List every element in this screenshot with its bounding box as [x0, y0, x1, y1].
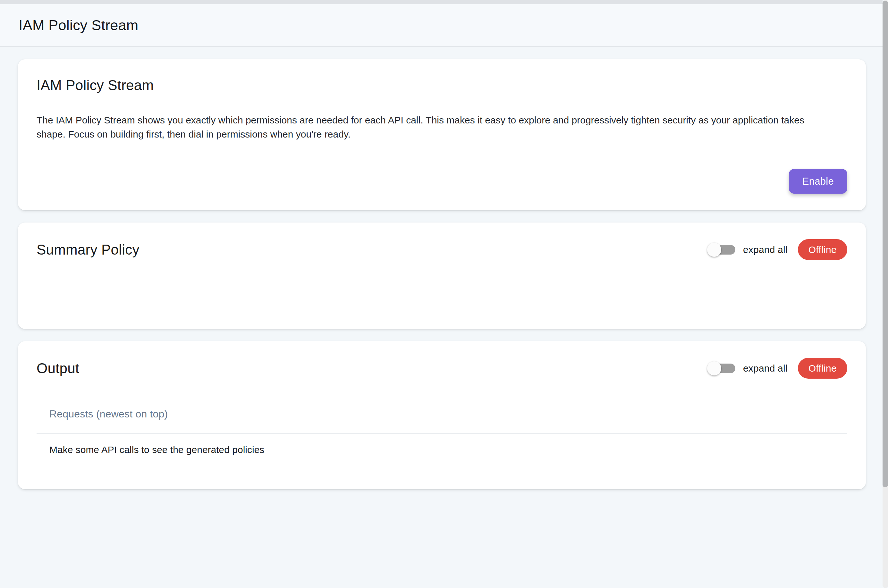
summary-policy-title: Summary Policy [36, 242, 140, 258]
page-header: IAM Policy Stream [0, 4, 882, 47]
output-header-row: Output expand all Offline [36, 358, 847, 379]
summary-expand-all-toggle[interactable] [707, 242, 735, 257]
toggle-knob-icon [707, 243, 721, 257]
requests-empty-message: Make some API calls to see the generated… [36, 434, 847, 455]
output-expand-all-label: expand all [743, 363, 788, 374]
window-top-strip [0, 0, 882, 4]
requests-heading: Requests (newest on top) [36, 408, 847, 420]
output-title: Output [36, 360, 79, 376]
scrollbar-thumb[interactable] [882, 1, 888, 488]
output-card: Output expand all Offline Requests (newe… [18, 341, 866, 489]
scrollbar-track[interactable] [882, 0, 888, 588]
requests-section: Requests (newest on top) Make some API c… [36, 408, 847, 455]
intro-card-description: The IAM Policy Stream shows you exactly … [36, 113, 832, 141]
summary-policy-card: Summary Policy expand all Offline [18, 222, 866, 329]
output-controls: expand all Offline [707, 358, 847, 379]
summary-status-badge: Offline [798, 239, 847, 260]
output-expand-all-toggle[interactable] [707, 361, 735, 376]
summary-policy-header-row: Summary Policy expand all Offline [36, 239, 847, 260]
intro-card-actions: Enable [36, 169, 847, 194]
output-status-badge: Offline [798, 358, 847, 379]
intro-card-title: IAM Policy Stream [36, 77, 847, 93]
page-title: IAM Policy Stream [19, 17, 138, 34]
enable-button[interactable]: Enable [789, 169, 847, 194]
main-content: IAM Policy Stream The IAM Policy Stream … [0, 48, 882, 588]
summary-expand-all-label: expand all [743, 244, 788, 255]
intro-card: IAM Policy Stream The IAM Policy Stream … [18, 59, 866, 210]
summary-policy-controls: expand all Offline [707, 239, 847, 260]
toggle-knob-icon [707, 362, 721, 375]
